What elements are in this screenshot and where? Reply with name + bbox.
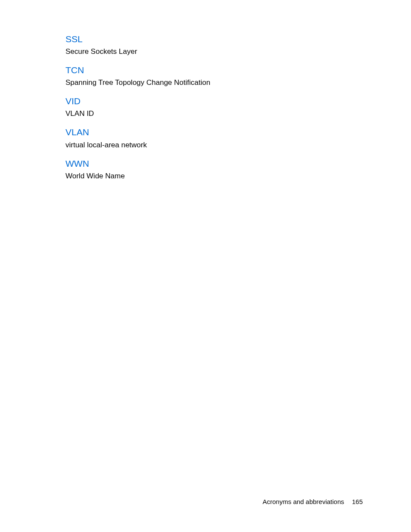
glossary-term: WWN xyxy=(65,158,364,169)
glossary-term: VID xyxy=(65,96,364,106)
glossary-term: SSL xyxy=(65,34,364,44)
glossary-entry: TCN Spanning Tree Topology Change Notifi… xyxy=(65,65,364,88)
footer-page-number: 165 xyxy=(352,498,363,505)
page-content: SSL Secure Sockets Layer TCN Spanning Tr… xyxy=(0,0,411,532)
glossary-entry: VLAN virtual local-area network xyxy=(65,127,364,150)
glossary-definition: Secure Sockets Layer xyxy=(65,47,364,57)
page-footer: Acronyms and abbreviations 165 xyxy=(263,498,363,505)
glossary-definition: World Wide Name xyxy=(65,171,364,181)
glossary-entry: WWN World Wide Name xyxy=(65,158,364,181)
glossary-definition: Spanning Tree Topology Change Notificati… xyxy=(65,78,364,88)
glossary-definition: VLAN ID xyxy=(65,109,364,119)
glossary-term: TCN xyxy=(65,65,364,75)
glossary-definition: virtual local-area network xyxy=(65,140,364,150)
glossary-entry: VID VLAN ID xyxy=(65,96,364,119)
glossary-term: VLAN xyxy=(65,127,364,137)
glossary-entry: SSL Secure Sockets Layer xyxy=(65,34,364,57)
footer-section-label: Acronyms and abbreviations xyxy=(263,498,344,505)
